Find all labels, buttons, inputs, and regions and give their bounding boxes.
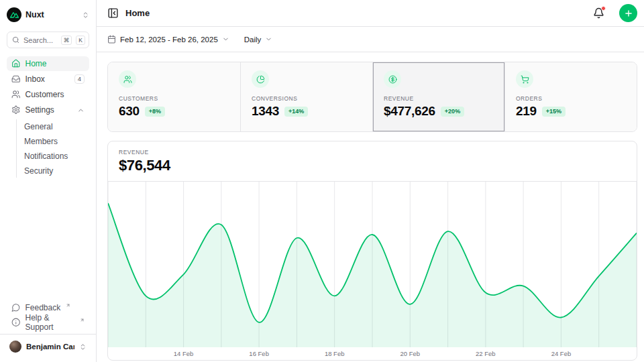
stat-value: 630 (119, 104, 140, 119)
sidebar-footer: Feedback Help & Support Benjamin Canac (7, 300, 89, 355)
filter-toolbar: Feb 12, 2025 - Feb 26, 2025 Daily (97, 27, 644, 52)
stat-delta-badge: +20% (441, 107, 464, 117)
stat-delta-badge: +8% (145, 107, 165, 117)
chevrons-up-down-icon (82, 11, 89, 19)
stat-card-orders[interactable]: ORDERS 219 +15% (504, 62, 637, 131)
user-name: Benjamin Canac (26, 343, 74, 351)
app-root: Nuxt Search... ⌘ K Home Inbox4 Customers… (0, 0, 644, 362)
calendar-icon (107, 35, 116, 44)
notifications-button[interactable] (593, 7, 604, 19)
page-header: Home (97, 0, 644, 27)
gear-icon (11, 105, 21, 115)
workspace-selector[interactable]: Nuxt (7, 7, 89, 23)
sidebar-item-home[interactable]: Home (7, 56, 89, 71)
nuxt-logo-icon (7, 7, 21, 22)
granularity-select[interactable]: Daily (244, 36, 273, 44)
users-icon (11, 90, 21, 99)
x-axis: 14 Feb16 Feb18 Feb20 Feb22 Feb24 Feb (108, 347, 637, 361)
sidebar-item-settings[interactable]: Settings (7, 103, 89, 117)
stat-card-customers[interactable]: CUSTOMERS 630 +8% (108, 62, 240, 131)
plus-icon (624, 9, 633, 18)
main-area: Home Feb 12, 2025 - Feb 26, 2025 Daily (97, 0, 644, 362)
content: CUSTOMERS 630 +8% CONVERSIONS 1343 +14% … (97, 52, 644, 361)
stat-card-conversions[interactable]: CONVERSIONS 1343 +14% (240, 62, 372, 131)
avatar (9, 341, 21, 353)
sidebar-item-inbox[interactable]: Inbox4 (7, 72, 89, 86)
stat-card-revenue[interactable]: REVENUE $477,626 +20% (372, 62, 504, 131)
sidebar-subitem-general[interactable]: General (19, 119, 89, 133)
chevron-up-icon (77, 107, 85, 114)
search-input[interactable]: Search... ⌘ K (7, 32, 89, 48)
chevron-down-icon (265, 36, 272, 43)
granularity-label: Daily (244, 36, 262, 44)
sidebar: Nuxt Search... ⌘ K Home Inbox4 Customers… (0, 0, 97, 362)
workspace-name: Nuxt (25, 10, 78, 19)
x-tick-label: 20 Feb (400, 350, 420, 357)
sidebar-subitem-notifications[interactable]: Notifications (19, 149, 89, 163)
pie-chart-icon (256, 75, 265, 84)
message-icon (11, 303, 21, 312)
search-icon (12, 36, 19, 44)
stat-value: 219 (516, 104, 537, 119)
x-tick-label: 18 Feb (325, 350, 345, 357)
x-tick-label: 22 Feb (476, 350, 496, 357)
collapse-sidebar-button[interactable] (107, 7, 119, 19)
cart-icon (521, 75, 529, 84)
chevron-down-icon (222, 36, 229, 43)
info-icon (11, 318, 21, 327)
chart-value: $76,544 (119, 157, 626, 174)
page-title: Home (125, 8, 586, 18)
search-placeholder: Search... (23, 36, 57, 44)
chevrons-up-down-icon (79, 343, 87, 351)
dollar-icon (388, 75, 397, 84)
kbd-k: K (76, 36, 85, 45)
stat-value: 1343 (252, 104, 279, 119)
revenue-area-chart[interactable]: 14 Feb16 Feb18 Feb20 Feb22 Feb24 Feb (108, 182, 637, 361)
users-icon (123, 75, 132, 84)
arrow-up-right-icon (66, 303, 70, 308)
sidebar-item-customers[interactable]: Customers (7, 87, 89, 102)
sidebar-link-help-support[interactable]: Help & Support (7, 315, 89, 330)
revenue-chart-card: REVENUE $76,544 14 Feb16 Feb18 Feb20 Feb… (107, 141, 637, 361)
x-tick-label: 16 Feb (249, 350, 269, 357)
user-menu[interactable]: Benjamin Canac (7, 338, 89, 355)
inbox-icon (11, 74, 21, 84)
x-tick-label: 14 Feb (174, 350, 194, 357)
arrow-up-right-icon (80, 318, 85, 322)
stat-delta-badge: +15% (542, 107, 566, 117)
stat-value: $477,626 (384, 104, 435, 119)
stats-row: CUSTOMERS 630 +8% CONVERSIONS 1343 +14% … (107, 62, 637, 132)
add-button[interactable] (619, 4, 637, 22)
sidebar-subitem-members[interactable]: Members (19, 134, 89, 148)
x-tick-label: 24 Feb (551, 350, 572, 357)
divider (0, 334, 96, 335)
settings-submenu: GeneralMembersNotificationsSecurity (16, 119, 89, 178)
kbd-cmd: ⌘ (61, 36, 72, 45)
house-icon (11, 59, 21, 68)
date-range-label: Feb 12, 2025 - Feb 26, 2025 (120, 36, 218, 44)
sidebar-subitem-security[interactable]: Security (19, 164, 89, 178)
date-range-picker[interactable]: Feb 12, 2025 - Feb 26, 2025 (107, 35, 229, 44)
notification-dot (601, 6, 606, 11)
sidebar-nav: Home Inbox4 Customers SettingsGeneralMem… (7, 56, 89, 179)
stat-delta-badge: +14% (284, 107, 308, 117)
inbox-count-badge: 4 (74, 74, 85, 84)
chart-label: REVENUE (119, 149, 626, 156)
chart-header: REVENUE $76,544 (108, 141, 637, 182)
